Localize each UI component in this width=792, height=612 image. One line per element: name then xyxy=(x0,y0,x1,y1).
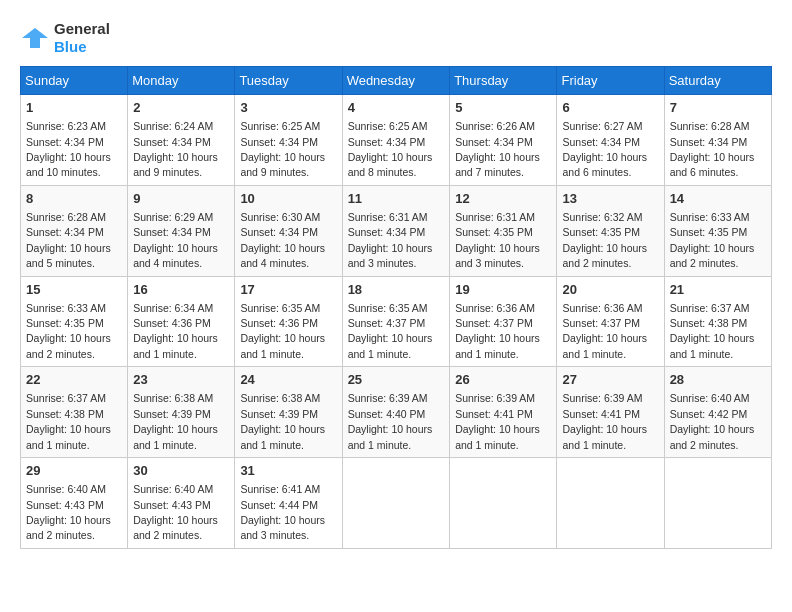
day-number: 11 xyxy=(348,190,445,208)
day-info: Sunrise: 6:25 AMSunset: 4:34 PMDaylight:… xyxy=(240,120,325,178)
day-info: Sunrise: 6:39 AMSunset: 4:41 PMDaylight:… xyxy=(562,392,647,450)
day-number: 4 xyxy=(348,99,445,117)
calendar-day-cell: 1 Sunrise: 6:23 AMSunset: 4:34 PMDayligh… xyxy=(21,95,128,186)
calendar-day-cell: 30 Sunrise: 6:40 AMSunset: 4:43 PMDaylig… xyxy=(128,458,235,549)
day-of-week-header: Sunday xyxy=(21,67,128,95)
calendar-day-cell xyxy=(664,458,771,549)
day-info: Sunrise: 6:39 AMSunset: 4:41 PMDaylight:… xyxy=(455,392,540,450)
day-number: 7 xyxy=(670,99,766,117)
day-number: 15 xyxy=(26,281,122,299)
svg-marker-0 xyxy=(22,28,48,48)
day-info: Sunrise: 6:27 AMSunset: 4:34 PMDaylight:… xyxy=(562,120,647,178)
day-info: Sunrise: 6:40 AMSunset: 4:42 PMDaylight:… xyxy=(670,392,755,450)
day-info: Sunrise: 6:28 AMSunset: 4:34 PMDaylight:… xyxy=(26,211,111,269)
day-info: Sunrise: 6:40 AMSunset: 4:43 PMDaylight:… xyxy=(26,483,111,541)
calendar-day-cell: 15 Sunrise: 6:33 AMSunset: 4:35 PMDaylig… xyxy=(21,276,128,367)
day-number: 25 xyxy=(348,371,445,389)
calendar-day-cell xyxy=(450,458,557,549)
calendar-day-cell: 7 Sunrise: 6:28 AMSunset: 4:34 PMDayligh… xyxy=(664,95,771,186)
day-info: Sunrise: 6:33 AMSunset: 4:35 PMDaylight:… xyxy=(670,211,755,269)
day-number: 31 xyxy=(240,462,336,480)
calendar-day-cell: 5 Sunrise: 6:26 AMSunset: 4:34 PMDayligh… xyxy=(450,95,557,186)
calendar-day-cell: 31 Sunrise: 6:41 AMSunset: 4:44 PMDaylig… xyxy=(235,458,342,549)
logo-general-text: General xyxy=(54,20,110,37)
day-info: Sunrise: 6:36 AMSunset: 4:37 PMDaylight:… xyxy=(562,302,647,360)
day-info: Sunrise: 6:29 AMSunset: 4:34 PMDaylight:… xyxy=(133,211,218,269)
day-info: Sunrise: 6:23 AMSunset: 4:34 PMDaylight:… xyxy=(26,120,111,178)
calendar-week-row: 29 Sunrise: 6:40 AMSunset: 4:43 PMDaylig… xyxy=(21,458,772,549)
logo-blue-text: Blue xyxy=(54,38,87,55)
day-info: Sunrise: 6:37 AMSunset: 4:38 PMDaylight:… xyxy=(670,302,755,360)
day-number: 28 xyxy=(670,371,766,389)
calendar-week-row: 8 Sunrise: 6:28 AMSunset: 4:34 PMDayligh… xyxy=(21,185,772,276)
calendar-header-row: SundayMondayTuesdayWednesdayThursdayFrid… xyxy=(21,67,772,95)
day-info: Sunrise: 6:31 AMSunset: 4:35 PMDaylight:… xyxy=(455,211,540,269)
day-of-week-header: Wednesday xyxy=(342,67,450,95)
day-info: Sunrise: 6:34 AMSunset: 4:36 PMDaylight:… xyxy=(133,302,218,360)
day-number: 22 xyxy=(26,371,122,389)
day-info: Sunrise: 6:24 AMSunset: 4:34 PMDaylight:… xyxy=(133,120,218,178)
day-number: 18 xyxy=(348,281,445,299)
calendar-day-cell: 23 Sunrise: 6:38 AMSunset: 4:39 PMDaylig… xyxy=(128,367,235,458)
calendar-week-row: 1 Sunrise: 6:23 AMSunset: 4:34 PMDayligh… xyxy=(21,95,772,186)
calendar-day-cell: 19 Sunrise: 6:36 AMSunset: 4:37 PMDaylig… xyxy=(450,276,557,367)
day-of-week-header: Saturday xyxy=(664,67,771,95)
day-info: Sunrise: 6:28 AMSunset: 4:34 PMDaylight:… xyxy=(670,120,755,178)
day-info: Sunrise: 6:40 AMSunset: 4:43 PMDaylight:… xyxy=(133,483,218,541)
calendar-day-cell: 8 Sunrise: 6:28 AMSunset: 4:34 PMDayligh… xyxy=(21,185,128,276)
day-info: Sunrise: 6:37 AMSunset: 4:38 PMDaylight:… xyxy=(26,392,111,450)
day-info: Sunrise: 6:36 AMSunset: 4:37 PMDaylight:… xyxy=(455,302,540,360)
day-of-week-header: Thursday xyxy=(450,67,557,95)
day-info: Sunrise: 6:39 AMSunset: 4:40 PMDaylight:… xyxy=(348,392,433,450)
day-number: 23 xyxy=(133,371,229,389)
logo: General Blue xyxy=(20,20,110,56)
day-number: 5 xyxy=(455,99,551,117)
day-number: 20 xyxy=(562,281,658,299)
calendar-day-cell: 6 Sunrise: 6:27 AMSunset: 4:34 PMDayligh… xyxy=(557,95,664,186)
calendar-week-row: 15 Sunrise: 6:33 AMSunset: 4:35 PMDaylig… xyxy=(21,276,772,367)
calendar-day-cell: 25 Sunrise: 6:39 AMSunset: 4:40 PMDaylig… xyxy=(342,367,450,458)
calendar-day-cell: 13 Sunrise: 6:32 AMSunset: 4:35 PMDaylig… xyxy=(557,185,664,276)
day-number: 29 xyxy=(26,462,122,480)
calendar-day-cell: 29 Sunrise: 6:40 AMSunset: 4:43 PMDaylig… xyxy=(21,458,128,549)
calendar-week-row: 22 Sunrise: 6:37 AMSunset: 4:38 PMDaylig… xyxy=(21,367,772,458)
day-number: 10 xyxy=(240,190,336,208)
calendar-day-cell: 27 Sunrise: 6:39 AMSunset: 4:41 PMDaylig… xyxy=(557,367,664,458)
day-number: 8 xyxy=(26,190,122,208)
day-number: 19 xyxy=(455,281,551,299)
day-number: 24 xyxy=(240,371,336,389)
calendar-day-cell: 3 Sunrise: 6:25 AMSunset: 4:34 PMDayligh… xyxy=(235,95,342,186)
day-number: 17 xyxy=(240,281,336,299)
day-info: Sunrise: 6:41 AMSunset: 4:44 PMDaylight:… xyxy=(240,483,325,541)
calendar-day-cell xyxy=(557,458,664,549)
day-info: Sunrise: 6:35 AMSunset: 4:37 PMDaylight:… xyxy=(348,302,433,360)
day-of-week-header: Friday xyxy=(557,67,664,95)
day-of-week-header: Tuesday xyxy=(235,67,342,95)
calendar-day-cell xyxy=(342,458,450,549)
day-number: 14 xyxy=(670,190,766,208)
calendar-day-cell: 26 Sunrise: 6:39 AMSunset: 4:41 PMDaylig… xyxy=(450,367,557,458)
day-info: Sunrise: 6:38 AMSunset: 4:39 PMDaylight:… xyxy=(240,392,325,450)
calendar-day-cell: 10 Sunrise: 6:30 AMSunset: 4:34 PMDaylig… xyxy=(235,185,342,276)
day-number: 12 xyxy=(455,190,551,208)
calendar-day-cell: 21 Sunrise: 6:37 AMSunset: 4:38 PMDaylig… xyxy=(664,276,771,367)
day-info: Sunrise: 6:35 AMSunset: 4:36 PMDaylight:… xyxy=(240,302,325,360)
calendar-day-cell: 28 Sunrise: 6:40 AMSunset: 4:42 PMDaylig… xyxy=(664,367,771,458)
calendar-day-cell: 18 Sunrise: 6:35 AMSunset: 4:37 PMDaylig… xyxy=(342,276,450,367)
calendar-day-cell: 22 Sunrise: 6:37 AMSunset: 4:38 PMDaylig… xyxy=(21,367,128,458)
day-number: 9 xyxy=(133,190,229,208)
day-number: 26 xyxy=(455,371,551,389)
calendar-day-cell: 17 Sunrise: 6:35 AMSunset: 4:36 PMDaylig… xyxy=(235,276,342,367)
day-number: 13 xyxy=(562,190,658,208)
calendar-day-cell: 12 Sunrise: 6:31 AMSunset: 4:35 PMDaylig… xyxy=(450,185,557,276)
calendar-day-cell: 11 Sunrise: 6:31 AMSunset: 4:34 PMDaylig… xyxy=(342,185,450,276)
day-number: 16 xyxy=(133,281,229,299)
calendar-table: SundayMondayTuesdayWednesdayThursdayFrid… xyxy=(20,66,772,549)
calendar-day-cell: 2 Sunrise: 6:24 AMSunset: 4:34 PMDayligh… xyxy=(128,95,235,186)
calendar-day-cell: 9 Sunrise: 6:29 AMSunset: 4:34 PMDayligh… xyxy=(128,185,235,276)
day-number: 27 xyxy=(562,371,658,389)
calendar-day-cell: 24 Sunrise: 6:38 AMSunset: 4:39 PMDaylig… xyxy=(235,367,342,458)
logo-bird-icon xyxy=(20,23,50,53)
calendar-day-cell: 20 Sunrise: 6:36 AMSunset: 4:37 PMDaylig… xyxy=(557,276,664,367)
day-info: Sunrise: 6:30 AMSunset: 4:34 PMDaylight:… xyxy=(240,211,325,269)
